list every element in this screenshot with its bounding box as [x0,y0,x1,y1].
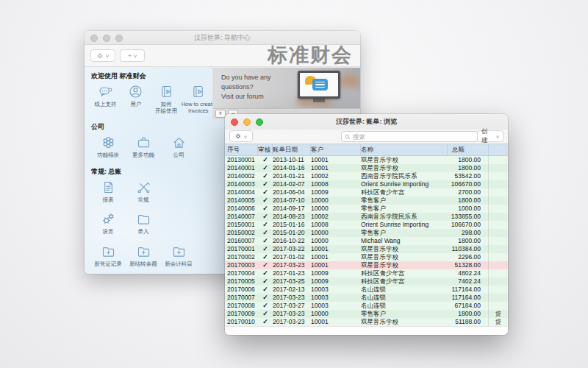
cell-invoice-date: 2014-06-04 [273,188,311,197]
column-header[interactable]: 名称 [361,144,448,155]
gear-menu-button[interactable]: ∨ [90,49,115,62]
tools-icon [136,180,151,196]
nav-item[interactable]: 功能模块 [90,135,126,159]
plus-icon: + [128,52,132,60]
cell-approved-check: ✓ [258,156,273,164]
nav-item[interactable]: 公司 [161,135,196,159]
nav-item-label: 公司 [173,152,184,159]
cell-total: 117164.00 [448,294,489,302]
add-item-button[interactable]: + [215,110,226,118]
table-row[interactable]: 20140001 ✓ 2014-01-16 10001 双星音乐学校 1800.… [225,164,508,172]
table-row[interactable]: 20140005 ✓ 2014-07-10 10000 零售客户 1800.00 [225,197,508,205]
nav-item[interactable]: 设置 [90,211,126,236]
table-row[interactable]: 20170001 ✓ 2017-03-22 10001 双星音乐学校 11038… [225,245,508,253]
cell-total: 110384.00 [448,245,489,253]
cell-credit-flag [489,237,508,245]
traffic-lights [90,35,123,42]
cell-serial: 20170009 [227,310,258,318]
cell-total: 2700.00 [448,188,489,197]
nav-item[interactable]: 线上支持 [90,84,121,114]
folder-plus-icon [171,244,187,260]
nav-item[interactable]: 新凭证记录 [90,244,126,268]
table-row[interactable]: 20140003 ✓ 2014-02-07 10008 Orient Sunri… [225,180,508,188]
nav-item-label: 设置 [103,229,114,236]
window-title: 汉莎世界: 账单: 浏览 [225,114,508,130]
close-button[interactable] [231,118,238,126]
column-header[interactable] [489,144,508,155]
cell-credit-flag [489,156,508,164]
cell-serial: 20140005 [227,197,258,205]
nav-item[interactable]: 新结转余额 [126,244,161,268]
table-row[interactable]: 20140007 ✓ 2014-08-23 10002 西南音乐学院民乐系 13… [225,213,508,221]
nav-item-label: How to createInvoices [182,102,215,114]
table-row[interactable]: 20130001 ✓ 2013-10-11 10001 双星音乐学校 1800.… [225,156,508,164]
table-row[interactable]: 20170007 ✓ 2017-03-23 10003 名山连锁 117164.… [225,294,508,302]
folder-icon [136,211,151,227]
cell-name: 双星音乐学校 [361,318,448,326]
cell-invoice-date: 2017-03-27 [273,302,311,310]
table-row[interactable]: 20140004 ✓ 2014-06-04 10009 科技区青少年宫 2700… [225,188,508,197]
table-row[interactable]: 20170004 ✓ 2017-01-23 10009 科技区青少年宫 4802… [225,269,508,277]
table-row[interactable]: 20170008 ✓ 2017-03-27 10003 名山连锁 67184.0… [225,302,508,310]
table-row[interactable]: 20170009 ✓ 2017-03-23 10000 零售客户 1800.00… [225,310,508,318]
nav-section: 公司功能模块更多功能公司 [90,122,215,159]
cell-customer: 10001 [311,156,361,164]
nav-item[interactable]: 如何开始使用 [151,84,181,114]
table-row[interactable]: 20150001 ✓ 2015-01-16 10008 Orient Sunri… [225,221,508,229]
column-header[interactable]: 总额 [448,144,489,155]
cell-approved-check: ✓ [258,245,273,253]
cell-total: 133855.00 [448,213,489,221]
minimize-button[interactable] [243,118,251,126]
nav-item[interactable]: How to createInvoices [182,84,215,114]
column-header[interactable]: 账单日期 [273,144,311,155]
nav-item[interactable]: 常规 [126,180,161,204]
cell-customer: 10001 [311,245,361,253]
column-header[interactable]: 审核 [258,144,273,155]
cell-name: 双星音乐学校 [361,261,448,269]
nav-item-label: 报表 [103,197,114,204]
table-row[interactable]: 20170002 ✓ 2017-01-02 10001 双星音乐学校 2296.… [225,253,508,261]
cell-serial: 20140002 [227,172,258,180]
chat-support-icon [98,84,113,100]
zoom-button[interactable] [256,118,263,126]
create-button[interactable]: 创建 ∨ [477,130,503,142]
cell-name: 双星音乐学校 [361,245,448,253]
search-icon [345,134,351,140]
cell-total: 1800.00 [448,197,489,205]
cell-approved-check: ✓ [258,213,273,221]
column-header[interactable]: 序号 [227,144,258,155]
cell-serial: 20170006 [227,286,258,294]
search-field[interactable] [341,131,478,142]
table-row[interactable]: 20150002 ✓ 2015-01-20 10000 零售客户 298.00 [225,229,508,237]
cell-approved-check: ✓ [258,310,273,318]
table-row[interactable]: 20140002 ✓ 2014-01-21 10002 西南音乐学院民乐系 53… [225,172,508,180]
search-input[interactable] [353,133,474,141]
forum-banner[interactable]: Do you have anyquestions?Visit our forum [212,68,360,108]
nav-item[interactable]: 录入 [126,211,161,236]
cell-customer: 10002 [311,213,361,221]
cell-serial: 20140004 [227,188,258,197]
cell-approved-check: ✓ [258,318,273,326]
table-row[interactable]: 20170003 ✓ 2017-03-23 10001 双星音乐学校 51328… [225,261,508,269]
table-row[interactable]: 20170006 ✓ 2017-02-13 10003 名山连锁 117164.… [225,286,508,294]
nav-item[interactable]: 新会计科目 [161,244,196,268]
cell-total: 1800.00 [448,156,489,164]
minimize-button[interactable] [103,35,110,42]
close-button[interactable] [90,35,98,42]
nav-item[interactable]: 更多功能 [126,135,161,159]
table-row[interactable]: 20170010 ✓ 2017-03-23 10001 双星音乐学校 51188… [225,318,508,326]
column-header[interactable]: 客户 [311,144,361,155]
zoom-button[interactable] [115,35,123,42]
cell-serial: 20170003 [227,261,258,269]
cell-serial: 20140006 [227,205,258,213]
gear-menu-button[interactable]: ∨ [229,130,253,142]
titlebar[interactable]: 汉莎世界: 账单: 浏览 [225,114,508,130]
nav-item[interactable]: 报表 [90,180,126,204]
table-row[interactable]: 20160007 ✓ 2016-10-22 10000 Michael Wang… [225,237,508,245]
table-row[interactable]: 20140006 ✓ 2014-09-17 10000 零售客户 1000.00 [225,205,508,213]
add-menu-button[interactable]: + ∨ [120,49,145,62]
cell-credit-flag [489,294,508,302]
nav-item[interactable]: 用户 [121,84,151,114]
cell-total: 53542.00 [448,172,489,180]
table-row[interactable]: 20170005 ✓ 2017-03-25 10009 科技区青少年宫 7402… [225,277,508,286]
